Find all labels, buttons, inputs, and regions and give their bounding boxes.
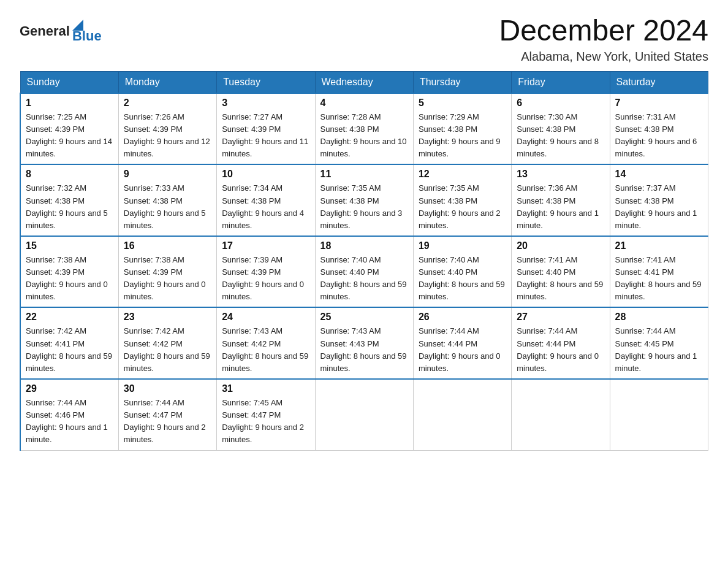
day-number: 14 bbox=[615, 169, 703, 180]
day-info: Sunrise: 7:29 AMSunset: 4:38 PMDaylight:… bbox=[419, 111, 506, 161]
table-row: 9Sunrise: 7:33 AMSunset: 4:38 PMDaylight… bbox=[118, 164, 216, 236]
day-number: 12 bbox=[419, 169, 506, 180]
table-row: 26Sunrise: 7:44 AMSunset: 4:44 PMDayligh… bbox=[413, 307, 511, 379]
day-info: Sunrise: 7:42 AMSunset: 4:41 PMDaylight:… bbox=[26, 325, 113, 375]
table-row: 10Sunrise: 7:34 AMSunset: 4:38 PMDayligh… bbox=[217, 164, 315, 236]
day-number: 27 bbox=[517, 312, 604, 323]
table-row: 23Sunrise: 7:42 AMSunset: 4:42 PMDayligh… bbox=[118, 307, 216, 379]
header-row: Sunday Monday Tuesday Wednesday Thursday… bbox=[20, 71, 708, 93]
table-row bbox=[610, 379, 708, 450]
day-info: Sunrise: 7:36 AMSunset: 4:38 PMDaylight:… bbox=[517, 182, 604, 232]
day-info: Sunrise: 7:44 AMSunset: 4:46 PMDaylight:… bbox=[26, 397, 113, 446]
table-row: 5Sunrise: 7:29 AMSunset: 4:38 PMDaylight… bbox=[413, 93, 511, 165]
day-info: Sunrise: 7:41 AMSunset: 4:41 PMDaylight:… bbox=[615, 254, 703, 304]
month-title: December 2024 bbox=[499, 15, 708, 47]
table-row: 2Sunrise: 7:26 AMSunset: 4:39 PMDaylight… bbox=[118, 93, 216, 165]
day-info: Sunrise: 7:45 AMSunset: 4:47 PMDaylight:… bbox=[222, 397, 309, 446]
day-number: 17 bbox=[222, 240, 309, 251]
day-number: 25 bbox=[320, 312, 408, 323]
day-number: 9 bbox=[124, 169, 211, 180]
day-number: 8 bbox=[26, 169, 113, 180]
header-saturday: Saturday bbox=[610, 71, 708, 93]
table-row: 19Sunrise: 7:40 AMSunset: 4:40 PMDayligh… bbox=[413, 236, 511, 308]
day-number: 21 bbox=[615, 240, 703, 251]
header-wednesday: Wednesday bbox=[315, 71, 413, 93]
table-row: 14Sunrise: 7:37 AMSunset: 4:38 PMDayligh… bbox=[610, 164, 708, 236]
calendar-table: Sunday Monday Tuesday Wednesday Thursday… bbox=[20, 71, 708, 451]
day-number: 30 bbox=[124, 383, 211, 394]
day-info: Sunrise: 7:44 AMSunset: 4:44 PMDaylight:… bbox=[419, 325, 506, 375]
day-number: 31 bbox=[222, 383, 309, 394]
table-row: 6Sunrise: 7:30 AMSunset: 4:38 PMDaylight… bbox=[512, 93, 610, 165]
day-number: 16 bbox=[124, 240, 211, 251]
day-info: Sunrise: 7:44 AMSunset: 4:45 PMDaylight:… bbox=[615, 325, 703, 375]
table-row bbox=[413, 379, 511, 450]
day-info: Sunrise: 7:33 AMSunset: 4:38 PMDaylight:… bbox=[124, 182, 211, 232]
title-block: December 2024 Alabama, New York, United … bbox=[499, 15, 708, 64]
logo-text-blue: Blue bbox=[72, 29, 102, 43]
day-info: Sunrise: 7:43 AMSunset: 4:43 PMDaylight:… bbox=[320, 325, 408, 375]
day-info: Sunrise: 7:25 AMSunset: 4:39 PMDaylight:… bbox=[26, 111, 113, 161]
day-number: 23 bbox=[124, 312, 211, 323]
table-row: 20Sunrise: 7:41 AMSunset: 4:40 PMDayligh… bbox=[512, 236, 610, 308]
day-info: Sunrise: 7:40 AMSunset: 4:40 PMDaylight:… bbox=[320, 254, 408, 304]
day-info: Sunrise: 7:39 AMSunset: 4:39 PMDaylight:… bbox=[222, 254, 309, 304]
day-info: Sunrise: 7:40 AMSunset: 4:40 PMDaylight:… bbox=[419, 254, 506, 304]
day-number: 11 bbox=[320, 169, 408, 180]
day-info: Sunrise: 7:32 AMSunset: 4:38 PMDaylight:… bbox=[26, 182, 113, 232]
day-number: 2 bbox=[124, 98, 211, 109]
table-row: 16Sunrise: 7:38 AMSunset: 4:39 PMDayligh… bbox=[118, 236, 216, 308]
table-row bbox=[315, 379, 413, 450]
table-row: 27Sunrise: 7:44 AMSunset: 4:44 PMDayligh… bbox=[512, 307, 610, 379]
table-row: 29Sunrise: 7:44 AMSunset: 4:46 PMDayligh… bbox=[20, 379, 118, 450]
calendar-header: Sunday Monday Tuesday Wednesday Thursday… bbox=[20, 71, 708, 93]
day-info: Sunrise: 7:38 AMSunset: 4:39 PMDaylight:… bbox=[26, 254, 113, 304]
table-row: 4Sunrise: 7:28 AMSunset: 4:38 PMDaylight… bbox=[315, 93, 413, 165]
table-row: 24Sunrise: 7:43 AMSunset: 4:42 PMDayligh… bbox=[217, 307, 315, 379]
day-info: Sunrise: 7:35 AMSunset: 4:38 PMDaylight:… bbox=[419, 182, 506, 232]
day-number: 22 bbox=[26, 312, 113, 323]
day-number: 10 bbox=[222, 169, 309, 180]
calendar-week-row: 29Sunrise: 7:44 AMSunset: 4:46 PMDayligh… bbox=[20, 379, 708, 450]
logo-text-general: General bbox=[20, 23, 70, 39]
table-row: 25Sunrise: 7:43 AMSunset: 4:43 PMDayligh… bbox=[315, 307, 413, 379]
header-friday: Friday bbox=[512, 71, 610, 93]
header-thursday: Thursday bbox=[413, 71, 511, 93]
day-number: 15 bbox=[26, 240, 113, 251]
calendar-body: 1Sunrise: 7:25 AMSunset: 4:39 PMDaylight… bbox=[20, 93, 708, 450]
table-row: 17Sunrise: 7:39 AMSunset: 4:39 PMDayligh… bbox=[217, 236, 315, 308]
logo: General Blue bbox=[20, 20, 102, 43]
day-info: Sunrise: 7:35 AMSunset: 4:38 PMDaylight:… bbox=[320, 182, 408, 232]
table-row: 18Sunrise: 7:40 AMSunset: 4:40 PMDayligh… bbox=[315, 236, 413, 308]
day-info: Sunrise: 7:43 AMSunset: 4:42 PMDaylight:… bbox=[222, 325, 309, 375]
table-row: 28Sunrise: 7:44 AMSunset: 4:45 PMDayligh… bbox=[610, 307, 708, 379]
day-number: 18 bbox=[320, 240, 408, 251]
day-info: Sunrise: 7:38 AMSunset: 4:39 PMDaylight:… bbox=[124, 254, 211, 304]
header-tuesday: Tuesday bbox=[217, 71, 315, 93]
day-number: 19 bbox=[419, 240, 506, 251]
header-monday: Monday bbox=[118, 71, 216, 93]
day-info: Sunrise: 7:30 AMSunset: 4:38 PMDaylight:… bbox=[517, 111, 604, 161]
day-info: Sunrise: 7:42 AMSunset: 4:42 PMDaylight:… bbox=[124, 325, 211, 375]
table-row: 12Sunrise: 7:35 AMSunset: 4:38 PMDayligh… bbox=[413, 164, 511, 236]
table-row: 13Sunrise: 7:36 AMSunset: 4:38 PMDayligh… bbox=[512, 164, 610, 236]
page-header: General Blue December 2024 Alabama, New … bbox=[20, 15, 708, 64]
table-row: 21Sunrise: 7:41 AMSunset: 4:41 PMDayligh… bbox=[610, 236, 708, 308]
day-number: 1 bbox=[26, 98, 113, 109]
day-number: 5 bbox=[419, 98, 506, 109]
table-row: 1Sunrise: 7:25 AMSunset: 4:39 PMDaylight… bbox=[20, 93, 118, 165]
calendar-week-row: 8Sunrise: 7:32 AMSunset: 4:38 PMDaylight… bbox=[20, 164, 708, 236]
day-info: Sunrise: 7:41 AMSunset: 4:40 PMDaylight:… bbox=[517, 254, 604, 304]
day-number: 3 bbox=[222, 98, 309, 109]
day-info: Sunrise: 7:26 AMSunset: 4:39 PMDaylight:… bbox=[124, 111, 211, 161]
day-number: 29 bbox=[26, 383, 113, 394]
day-number: 28 bbox=[615, 312, 703, 323]
day-number: 7 bbox=[615, 98, 703, 109]
day-number: 6 bbox=[517, 98, 604, 109]
location-subtitle: Alabama, New York, United States bbox=[499, 50, 708, 64]
day-info: Sunrise: 7:34 AMSunset: 4:38 PMDaylight:… bbox=[222, 182, 309, 232]
calendar-week-row: 15Sunrise: 7:38 AMSunset: 4:39 PMDayligh… bbox=[20, 236, 708, 308]
day-info: Sunrise: 7:27 AMSunset: 4:39 PMDaylight:… bbox=[222, 111, 309, 161]
day-number: 20 bbox=[517, 240, 604, 251]
calendar-week-row: 22Sunrise: 7:42 AMSunset: 4:41 PMDayligh… bbox=[20, 307, 708, 379]
